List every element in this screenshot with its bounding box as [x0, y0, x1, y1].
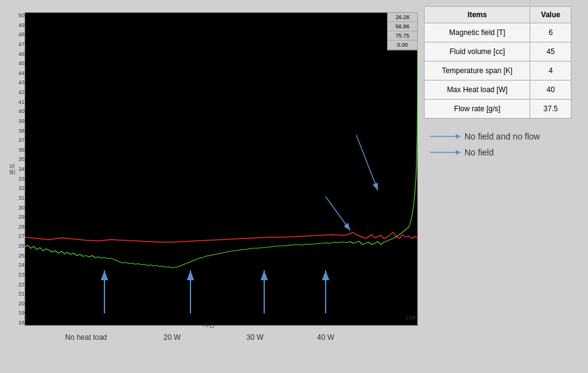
chart-wrapper: 온도 50 49 48 47 46 45 44 43 42 41 40 39 3… [6, 6, 418, 332]
scale-value-2: 56.86 [388, 22, 417, 31]
scale-value-4: 0.00 [388, 41, 417, 50]
annotation-30w: 30 W [215, 333, 295, 342]
label-area: No field and no flow No field [430, 128, 582, 157]
y-ticks: 50 49 48 47 46 45 44 43 42 41 40 39 38 3… [12, 12, 25, 326]
label-no-field-no-flow: No field and no flow [430, 132, 582, 141]
table-cell-fluid-label: Fluid volume [cc] [425, 42, 530, 61]
annotations-area: No heat load 20 W 30 W 40 W [6, 333, 399, 342]
connector-line-no-field-icon [430, 147, 461, 157]
label-no-field: No field [430, 147, 582, 157]
connector-line-no-field-no-flow-icon [430, 132, 461, 141]
right-panel: Items Value Magnetic field [T] 6 Fluid v… [424, 6, 582, 367]
table-cell-flowrate-label: Flow rate [g/s] [425, 100, 530, 119]
x-axis-label: 시간 [203, 321, 215, 329]
table-cell-maxheat-value: 40 [530, 80, 571, 100]
table-row-temp: Temperature span [K] 4 [425, 61, 571, 80]
table-cell-maxheat-label: Max Heat load [W] [425, 80, 530, 100]
annotation-20w: 20 W [129, 333, 215, 342]
table-row-fluid: Fluid volume [cc] 45 [425, 42, 571, 61]
scale-value-1: 26.26 [388, 13, 417, 22]
table-cell-magnetic-value: 6 [530, 23, 571, 42]
x-ticks: 0 2399 [25, 315, 418, 321]
scale-value-3: 75.75 [388, 31, 417, 41]
table-row-flowrate: Flow rate [g/s] 37.5 [425, 100, 571, 119]
table-cell-temp-value: 4 [530, 61, 571, 80]
table-cell-temp-label: Temperature span [K] [425, 61, 530, 80]
table-cell-fluid-value: 45 [530, 42, 571, 61]
annotation-no-heat-load: No heat load [43, 333, 129, 342]
table-cell-magnetic-label: Magnetic field [T] [425, 23, 530, 42]
no-field-text: No field [465, 147, 493, 157]
chart-area: 온도 50 49 48 47 46 45 44 43 42 41 40 39 3… [6, 6, 418, 367]
table-header-items: Items [425, 7, 530, 23]
svg-marker-12 [456, 134, 461, 139]
table-cell-flowrate-value: 37.5 [530, 100, 571, 119]
data-table: Items Value Magnetic field [T] 6 Fluid v… [424, 6, 571, 119]
table-header-value: Value [530, 7, 571, 23]
no-field-no-flow-text: No field and no flow [465, 132, 540, 141]
chart-canvas [25, 12, 418, 326]
table-row-maxheat: Max Heat load [W] 40 [425, 80, 571, 100]
svg-marker-14 [456, 150, 461, 155]
main-container: 온도 50 49 48 47 46 45 44 43 42 41 40 39 3… [0, 0, 588, 373]
x-tick-min: 0 [25, 315, 28, 321]
x-tick-max: 2399 [406, 315, 418, 321]
scale-bar: 26.26 56.86 75.75 0.00 [387, 12, 418, 50]
table-row-magnetic: Magnetic field [T] 6 [425, 23, 571, 42]
annotation-40w: 40 W [295, 333, 356, 342]
